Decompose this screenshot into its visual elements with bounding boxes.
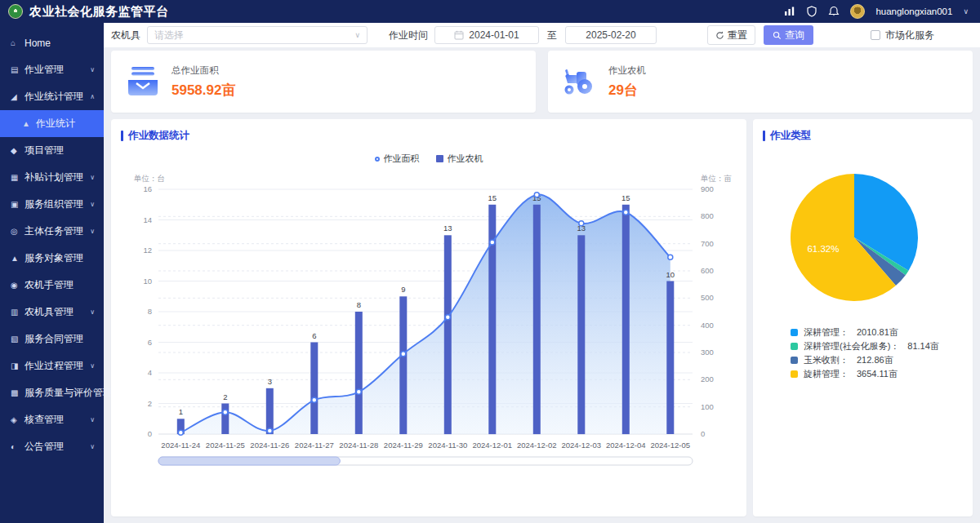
- sidebar-item-label: 农机手管理: [24, 278, 74, 292]
- home-icon: ⌂: [11, 38, 24, 47]
- svg-text:2024-11-24: 2024-11-24: [161, 441, 200, 450]
- username[interactable]: huanglongxian001: [875, 7, 952, 16]
- line-marker-2024-11-26[interactable]: [267, 428, 272, 433]
- search-button[interactable]: 查询: [764, 25, 813, 45]
- project-icon: ◆: [11, 146, 24, 155]
- tractor-icon: [563, 67, 597, 96]
- help-shield-icon[interactable]: [806, 6, 817, 17]
- avatar[interactable]: [850, 4, 865, 19]
- sidebar-item-project-mgmt[interactable]: ◆项目管理: [0, 137, 104, 164]
- svg-text:8: 8: [357, 300, 361, 309]
- refresh-icon: [715, 31, 724, 40]
- combo-legend: 作业面积作业农机: [111, 153, 746, 165]
- stat-card-machines: 作业农机 29台: [548, 51, 973, 113]
- sidebar-item-subject-task-mgmt[interactable]: ◎主体任务管理∨: [0, 218, 104, 245]
- pie-legend-item[interactable]: 深耕管理：2010.81亩: [791, 326, 973, 339]
- header-right: huanglongxian001 ∨: [784, 4, 969, 19]
- pie-chart-svg: 61.32%: [756, 167, 970, 308]
- date-separator: 至: [547, 29, 557, 42]
- svg-text:12: 12: [143, 246, 152, 255]
- bar-2024-11-29[interactable]: [399, 296, 407, 434]
- bar-2024-11-28[interactable]: [355, 312, 363, 434]
- time-range-label: 作业时间: [389, 29, 428, 42]
- svg-text:2: 2: [148, 399, 152, 408]
- svg-text:13: 13: [443, 224, 452, 233]
- bell-icon[interactable]: [828, 6, 840, 17]
- line-marker-2024-11-25[interactable]: [223, 410, 228, 414]
- bar-2024-12-05[interactable]: [666, 281, 674, 435]
- legend-line-swatch-icon: [375, 157, 380, 162]
- sidebar-item-notice-mgmt[interactable]: ◐公告管理∨: [0, 433, 104, 460]
- sidebar-item-label: Home: [24, 38, 51, 49]
- sidebar-item-label: 公告管理: [24, 440, 64, 454]
- legend-bar-swatch-icon: [436, 155, 443, 162]
- svg-text:2024-11-27: 2024-11-27: [295, 441, 334, 450]
- bar-2024-12-03[interactable]: [577, 235, 585, 434]
- line-marker-2024-12-03[interactable]: [579, 221, 584, 226]
- market-service-toggle[interactable]: 市场化服务: [871, 29, 934, 42]
- pie-chart-title: 作业类型: [763, 129, 973, 143]
- sidebar-item-label: 补贴计划管理: [24, 171, 83, 184]
- bar-2024-11-26[interactable]: [266, 388, 274, 434]
- area-series: [180, 194, 670, 434]
- inspect-icon: ◈: [11, 415, 24, 424]
- sidebar-item-subsidy-plan-mgmt[interactable]: ▦补贴计划管理∨: [0, 164, 104, 191]
- line-marker-2024-11-28[interactable]: [356, 389, 361, 394]
- bar-2024-12-04[interactable]: [622, 205, 630, 434]
- reset-button[interactable]: 重置: [707, 25, 755, 45]
- svg-text:9: 9: [401, 285, 405, 294]
- sidebar-item-service-quality-eval-mgmt[interactable]: ▩服务质量与评价管理∨: [0, 379, 104, 406]
- bar-2024-11-30[interactable]: [444, 235, 452, 434]
- svg-text:2024-12-02: 2024-12-02: [517, 441, 557, 450]
- legend-item-作业农机[interactable]: 作业农机: [436, 153, 483, 165]
- inbox-layers-icon: [126, 67, 160, 96]
- sidebar-item-home[interactable]: ⌂Home: [0, 29, 104, 56]
- svg-text:10: 10: [666, 270, 675, 279]
- market-service-checkbox[interactable]: [871, 30, 880, 40]
- sidebar-item-label: 核查管理: [24, 413, 64, 427]
- svg-text:0: 0: [148, 429, 152, 438]
- chevron-down-icon: ∨: [90, 201, 95, 208]
- line-marker-2024-12-01[interactable]: [490, 240, 495, 245]
- line-marker-2024-11-24[interactable]: [178, 430, 183, 435]
- legend-item-作业面积[interactable]: 作业面积: [375, 153, 420, 165]
- line-marker-2024-12-04[interactable]: [623, 210, 628, 215]
- svg-text:2024-12-01: 2024-12-01: [472, 441, 512, 450]
- pie-legend-item[interactable]: 旋耕管理：3654.11亩: [791, 367, 973, 381]
- svg-text:800: 800: [701, 211, 714, 220]
- sidebar-item-machine-operator-mgmt[interactable]: ◉农机手管理: [0, 272, 104, 299]
- sidebar-item-job-stats-mgmt[interactable]: ◢作业统计管理∧: [0, 83, 104, 110]
- pie-legend-item[interactable]: 深耕管理(社会化服务)：81.14亩: [791, 339, 973, 353]
- pie-legend-item[interactable]: 玉米收割：212.86亩: [791, 353, 973, 367]
- bar-2024-12-02[interactable]: [533, 205, 541, 434]
- date-end-input[interactable]: 2025-02-20: [565, 26, 657, 44]
- chevron-down-icon[interactable]: ∨: [963, 7, 969, 16]
- line-marker-2024-12-02[interactable]: [534, 193, 539, 197]
- data-zoom-thumb[interactable]: [158, 457, 340, 465]
- sidebar-item-job-stats[interactable]: ▲作业统计: [0, 110, 104, 137]
- bar-2024-11-25[interactable]: [221, 404, 229, 435]
- sidebar-item-machine-mgmt[interactable]: ▥农机具管理∨: [0, 299, 104, 326]
- machine-select[interactable]: 请选择 ∨: [147, 26, 368, 44]
- svg-text:2024-11-30: 2024-11-30: [428, 441, 467, 450]
- svg-text:200: 200: [701, 375, 714, 383]
- sidebar-item-job-mgmt[interactable]: ▤作业管理∨: [0, 56, 104, 83]
- object-icon: ▲: [11, 254, 24, 263]
- line-marker-2024-11-30[interactable]: [445, 315, 450, 320]
- sidebar-item-job-process-mgmt[interactable]: ◨作业过程管理∨: [0, 352, 104, 379]
- line-marker-2024-11-29[interactable]: [401, 352, 406, 357]
- sidebar-item-service-contract-mgmt[interactable]: ▧服务合同管理: [0, 326, 104, 352]
- chart-icon[interactable]: [784, 6, 795, 17]
- line-marker-2024-12-05[interactable]: [668, 255, 673, 259]
- app-logo-emblem-icon: [8, 4, 23, 19]
- quality-icon: ▩: [11, 388, 24, 397]
- sidebar-item-service-org-mgmt[interactable]: ▣服务组织管理∨: [0, 191, 104, 218]
- sidebar-item-label: 主体任务管理: [24, 224, 83, 238]
- sidebar-item-inspection-mgmt[interactable]: ◈核查管理∨: [0, 406, 104, 433]
- bar-2024-11-27[interactable]: [310, 343, 318, 435]
- line-marker-2024-11-27[interactable]: [312, 397, 317, 402]
- chevron-up-icon: ∧: [90, 93, 95, 100]
- sidebar-item-service-object-mgmt[interactable]: ▲服务对象管理: [0, 245, 104, 272]
- combo-chart-title: 作业数据统计: [121, 129, 746, 143]
- date-start-input[interactable]: 2024-01-01: [434, 26, 539, 44]
